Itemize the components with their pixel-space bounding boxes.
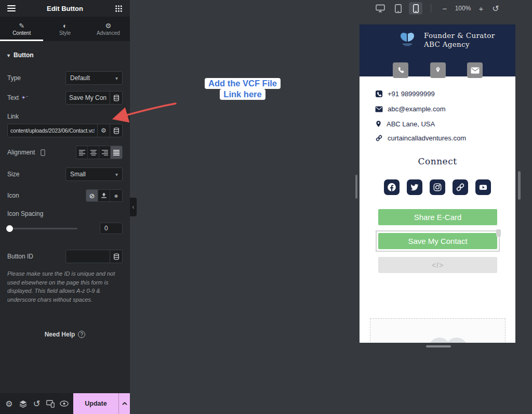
phone-quick-button[interactable]: [393, 62, 408, 78]
icon-library-button[interactable]: ●: [110, 190, 122, 201]
contact-address-text: ABC Lane, USA: [387, 120, 435, 128]
icon-spacing-input[interactable]: [100, 223, 123, 234]
button-text-input[interactable]: [65, 91, 110, 105]
section-button[interactable]: ▾ Button: [0, 41, 130, 59]
email-quick-button[interactable]: [467, 62, 483, 78]
align-justify-button[interactable]: [111, 146, 122, 159]
type-select-value: Default: [70, 74, 90, 82]
editor-panel: Edit Button ✎ Content ◐ Style ⚙ Advanced…: [0, 0, 130, 414]
link-label: Link: [0, 105, 130, 120]
share-ecard-button[interactable]: Share E-Card: [378, 209, 497, 225]
history-icon[interactable]: ↺: [31, 398, 43, 409]
icon-upload-button[interactable]: [98, 190, 110, 201]
link-button[interactable]: [453, 179, 468, 195]
tab-advanced[interactable]: ⚙ Advanced: [87, 17, 130, 41]
envelope-icon: [375, 106, 383, 112]
zoom-level: 100%: [454, 5, 472, 12]
code-icon: </>: [432, 261, 444, 269]
phone-icon: [375, 90, 383, 98]
field-icon-spacing: [0, 223, 130, 234]
contact-address-row[interactable]: ABC Lane, USA: [375, 120, 435, 128]
ai-sparkle-icon[interactable]: ✦⁻: [21, 95, 29, 100]
tablet-icon[interactable]: [391, 2, 405, 15]
contact-website-row[interactable]: curtaincalladventures.com: [375, 134, 466, 142]
save-my-contact-label: Save My Contact: [408, 237, 467, 245]
tab-style[interactable]: ◐ Style: [43, 17, 86, 41]
mobile-preview-card: Founder & Curator ABC Agency +91 9899999…: [360, 24, 515, 343]
preview-resize-handle[interactable]: [426, 345, 451, 347]
panel-collapse-handle[interactable]: ‹: [130, 198, 137, 216]
youtube-button[interactable]: [475, 179, 491, 195]
pin-icon: [434, 66, 442, 75]
field-link: ⚙: [0, 124, 130, 137]
agency-name: ABC Agency: [424, 40, 495, 49]
type-select[interactable]: Default ▾: [65, 71, 123, 85]
pin-icon: [375, 120, 382, 128]
embed-code-button[interactable]: </>: [378, 257, 497, 273]
canvas-topbar: − 100% + ↺: [130, 0, 532, 17]
slider-handle[interactable]: [6, 225, 13, 232]
envelope-icon: [471, 67, 480, 74]
save-my-contact-button[interactable]: Save My Contact: [378, 233, 497, 249]
size-select[interactable]: Small ▾: [65, 167, 123, 181]
settings-icon[interactable]: ⚙: [4, 398, 15, 409]
link-input[interactable]: [7, 124, 98, 137]
website-link-icon: [375, 134, 383, 142]
need-help-link[interactable]: Need Help ?: [0, 331, 130, 338]
alignment-label: Alignment: [7, 149, 35, 156]
button-id-help-text: Please make sure the ID is unique and no…: [0, 263, 130, 304]
chevron-up-icon: [122, 402, 127, 405]
contact-website-text: curtaincalladventures.com: [388, 134, 466, 142]
zoom-out-icon[interactable]: −: [440, 4, 450, 13]
contact-email-row[interactable]: abc@example.com: [375, 105, 445, 113]
tab-style-label: Style: [59, 30, 71, 36]
instagram-button[interactable]: [430, 179, 445, 195]
align-center-button[interactable]: [88, 146, 99, 159]
pencil-icon: ✎: [19, 22, 24, 29]
contact-phone-row[interactable]: +91 989999999: [375, 90, 435, 98]
mobile-icon[interactable]: [409, 2, 422, 15]
dynamic-tags-icon[interactable]: [110, 124, 123, 137]
link-options-gear-icon[interactable]: ⚙: [98, 124, 110, 137]
icon-none-button[interactable]: ⊘: [86, 190, 98, 201]
responsive-icon[interactable]: [45, 398, 56, 409]
reset-zoom-icon[interactable]: ↺: [490, 4, 501, 14]
update-button[interactable]: Update: [73, 393, 118, 414]
editor-selection-handle[interactable]: [496, 229, 501, 237]
add-template-circle[interactable]: [446, 338, 468, 343]
hamburger-menu-icon[interactable]: [6, 3, 17, 14]
desktop-icon[interactable]: [374, 2, 387, 15]
panel-footer: ⚙ ↺ Update: [0, 393, 130, 414]
tab-content[interactable]: ✎ Content: [0, 17, 43, 41]
dynamic-tags-icon[interactable]: [110, 91, 123, 105]
update-options-button[interactable]: [118, 393, 130, 414]
button-id-input[interactable]: [65, 250, 110, 263]
facebook-button[interactable]: [384, 179, 400, 195]
divider: [431, 4, 431, 12]
share-ecard-label: Share E-Card: [414, 213, 462, 222]
location-quick-button[interactable]: [430, 62, 446, 78]
annotation-note: Add the VCF File Link here: [204, 78, 282, 100]
field-size: Size Small ▾: [0, 167, 130, 181]
contact-email-text: abc@example.com: [388, 105, 445, 113]
navigator-icon[interactable]: [17, 398, 29, 409]
panel-header: Edit Button: [0, 0, 130, 17]
button-id-label: Button ID: [7, 253, 33, 260]
widgets-grid-icon[interactable]: [113, 3, 124, 14]
text-label: Text: [7, 94, 19, 101]
section-button-label: Button: [14, 51, 34, 59]
chevron-down-icon: ▾: [115, 172, 118, 177]
align-left-button[interactable]: [76, 146, 88, 159]
twitter-button[interactable]: [407, 179, 422, 195]
update-button-label: Update: [85, 400, 107, 407]
chevron-down-icon: ▾: [115, 75, 118, 81]
zoom-in-icon[interactable]: +: [476, 4, 486, 13]
field-text: Text ✦⁻: [0, 91, 130, 105]
empty-section-placeholder[interactable]: [370, 318, 506, 343]
right-scrollbar-thumb[interactable]: [518, 171, 521, 200]
icon-spacing-slider[interactable]: [7, 228, 77, 229]
left-scrollbar-thumb[interactable]: [355, 175, 357, 199]
dynamic-tags-icon[interactable]: [110, 250, 123, 263]
preview-eye-icon[interactable]: [59, 398, 70, 409]
align-right-button[interactable]: [99, 146, 111, 159]
